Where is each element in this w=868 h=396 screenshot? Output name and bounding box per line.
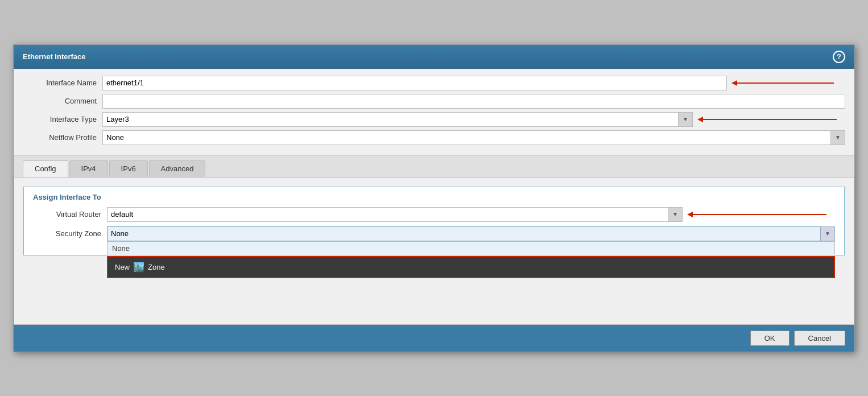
ok-button[interactable]: OK	[750, 331, 790, 346]
tabs: Config IPv4 IPv6 Advanced	[23, 160, 845, 177]
interface-type-dropdown-arrow[interactable]: ▼	[678, 112, 693, 127]
virtual-router-label: Virtual Router	[33, 210, 107, 218]
security-zone-select-wrapper: ▼ None New 🏙️ Zone	[107, 226, 835, 241]
virtual-router-input[interactable]	[107, 207, 683, 222]
tabs-area: Config IPv4 IPv6 Advanced	[14, 156, 854, 177]
tab-ipv6[interactable]: IPv6	[109, 160, 148, 177]
assign-interface-section: Assign Interface To Virtual Router ▼ Sec…	[23, 187, 845, 255]
arrow-svg	[731, 77, 845, 89]
interface-type-input[interactable]	[102, 112, 693, 127]
virtual-router-select-wrapper: ▼	[107, 207, 683, 222]
zone-icon: 🏙️	[133, 262, 144, 273]
new-zone-label: New	[115, 263, 130, 271]
svg-marker-5	[687, 212, 693, 217]
security-zone-row: Security Zone ▼ None New 🏙️ Zone	[33, 226, 835, 241]
virtual-router-arrow	[687, 209, 835, 220]
netflow-profile-select-wrapper: ▼	[102, 130, 845, 145]
security-zone-dropdown-arrow[interactable]: ▼	[820, 226, 835, 241]
netflow-profile-label: Netflow Profile	[23, 133, 102, 142]
tab-content: Assign Interface To Virtual Router ▼ Sec…	[14, 177, 854, 325]
interface-type-select-wrapper: ▼	[102, 112, 693, 127]
arrow-svg2	[697, 114, 845, 125]
virtual-router-row: Virtual Router ▼	[33, 207, 835, 222]
svg-marker-1	[731, 80, 737, 86]
tab-config[interactable]: Config	[23, 160, 68, 177]
ethernet-interface-dialog: Ethernet Interface ? Interface Name Comm…	[13, 44, 855, 352]
comment-label: Comment	[23, 97, 102, 105]
interface-type-arrow	[697, 114, 845, 125]
new-zone-option[interactable]: New 🏙️ Zone	[107, 256, 835, 278]
netflow-profile-input[interactable]	[102, 130, 845, 145]
section-title: Assign Interface To	[33, 193, 835, 201]
interface-type-label: Interface Type	[23, 115, 102, 123]
comment-input[interactable]	[102, 94, 845, 109]
help-button[interactable]: ?	[833, 51, 845, 63]
dialog-header: Ethernet Interface ?	[14, 45, 854, 69]
interface-name-label: Interface Name	[23, 79, 102, 87]
svg-marker-3	[697, 117, 703, 122]
netflow-profile-dropdown-arrow[interactable]: ▼	[830, 130, 845, 145]
cancel-button[interactable]: Cancel	[794, 331, 845, 346]
interface-name-arrow	[731, 77, 845, 89]
dropdown-item-none[interactable]: None	[108, 242, 834, 255]
tab-ipv4[interactable]: IPv4	[69, 160, 108, 177]
interface-name-input[interactable]	[102, 76, 727, 90]
netflow-profile-row: Netflow Profile ▼	[23, 130, 845, 145]
dialog-footer: OK Cancel	[14, 325, 854, 352]
interface-name-row: Interface Name	[23, 76, 845, 90]
security-zone-input[interactable]	[107, 226, 835, 241]
arrow-svg3	[687, 209, 835, 220]
security-zone-label: Security Zone	[33, 229, 107, 238]
tab-advanced[interactable]: Advanced	[149, 160, 206, 177]
security-zone-dropdown-list: None	[107, 241, 835, 255]
dialog-title: Ethernet Interface	[23, 52, 86, 61]
form-area: Interface Name Comment Interface Type ▼	[14, 69, 854, 156]
virtual-router-dropdown-arrow[interactable]: ▼	[668, 207, 683, 222]
interface-type-row: Interface Type ▼	[23, 112, 845, 127]
new-zone-suffix: Zone	[148, 263, 165, 271]
comment-row: Comment	[23, 94, 845, 109]
